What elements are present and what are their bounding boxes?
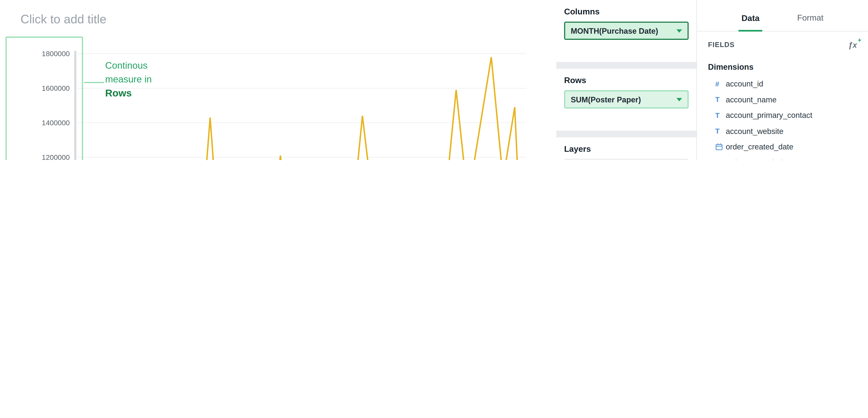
chart-title-placeholder[interactable]: Click to add title bbox=[21, 12, 106, 27]
note-line: Continous bbox=[105, 59, 152, 72]
text-icon: T bbox=[715, 127, 726, 135]
mark-type-select[interactable]: Auto - Line bbox=[564, 159, 689, 160]
fields-header-label: FIELDS bbox=[708, 41, 735, 49]
layers-section: Layers Auto - Line Add a field to bbox=[556, 137, 696, 160]
field-item[interactable]: T order_created_do_w_name bbox=[697, 155, 868, 160]
pill-label: SUM(Poster Paper) bbox=[571, 95, 641, 104]
rows-shelf-pill[interactable]: SUM(Poster Paper) bbox=[564, 90, 689, 109]
app-root: Click to add title SUM(Poster Paper) 020… bbox=[0, 0, 868, 160]
field-item[interactable]: order_created_date bbox=[697, 139, 868, 155]
data-panel: Data Format FIELDS ƒx+ Dimensions # acco… bbox=[696, 0, 868, 160]
pill-label: MONTH(Purchase Date) bbox=[571, 26, 658, 35]
field-item[interactable]: T account_website bbox=[697, 123, 868, 139]
rows-annotation-connector bbox=[84, 82, 104, 83]
rows-annotation-note: Continous measure in Rows bbox=[105, 59, 152, 100]
note-emphasis: Rows bbox=[105, 87, 152, 100]
field-item[interactable]: T account_primary_contact bbox=[697, 108, 868, 123]
shelf-panel: Columns MONTH(Purchase Date) Rows SUM(Po… bbox=[556, 0, 696, 160]
calendar-icon bbox=[715, 143, 726, 151]
field-label: order_created_date bbox=[726, 143, 794, 151]
plus-icon: + bbox=[858, 36, 862, 43]
number-icon: # bbox=[715, 80, 726, 88]
chevron-down-icon[interactable] bbox=[676, 29, 682, 32]
field-label: account_website bbox=[726, 127, 783, 136]
field-label: order_created_do_w_name bbox=[726, 158, 820, 160]
line-chart[interactable]: 0200000400000600000800000100000012000001… bbox=[22, 44, 551, 160]
rows-annotation-box bbox=[5, 36, 83, 160]
empty-shelf-slot[interactable] bbox=[564, 109, 689, 123]
field-label: account_id bbox=[726, 79, 763, 88]
chevron-down-icon[interactable] bbox=[676, 98, 682, 101]
text-icon: T bbox=[715, 158, 726, 160]
columns-shelf-pill[interactable]: MONTH(Purchase Date) bbox=[564, 22, 689, 40]
panel-tabs: Data Format bbox=[697, 0, 868, 32]
text-icon: T bbox=[715, 95, 726, 103]
field-label: account_name bbox=[726, 95, 777, 104]
worksheet-canvas: Click to add title SUM(Poster Paper) 020… bbox=[0, 0, 556, 160]
tab-format[interactable]: Format bbox=[795, 13, 826, 31]
columns-shelf-title: Columns bbox=[564, 6, 689, 16]
note-line: measure in bbox=[105, 72, 152, 86]
field-item[interactable]: # account_id bbox=[697, 76, 868, 92]
field-label: account_primary_contact bbox=[726, 111, 812, 120]
layers-title: Layers bbox=[564, 144, 689, 153]
text-icon: T bbox=[715, 111, 726, 119]
empty-shelf-slot[interactable] bbox=[564, 40, 689, 54]
rows-shelf: Rows SUM(Poster Paper) bbox=[556, 69, 696, 131]
columns-shelf: Columns MONTH(Purchase Date) bbox=[556, 0, 696, 62]
rows-shelf-title: Rows bbox=[564, 75, 689, 85]
dimensions-section-title: Dimensions bbox=[697, 56, 868, 76]
field-item[interactable]: T account_name bbox=[697, 92, 868, 107]
fields-header-row: FIELDS ƒx+ bbox=[697, 32, 868, 56]
add-calculated-field-icon[interactable]: ƒx+ bbox=[848, 40, 857, 50]
fx-glyph: ƒx bbox=[848, 40, 857, 50]
tab-data[interactable]: Data bbox=[739, 13, 762, 32]
